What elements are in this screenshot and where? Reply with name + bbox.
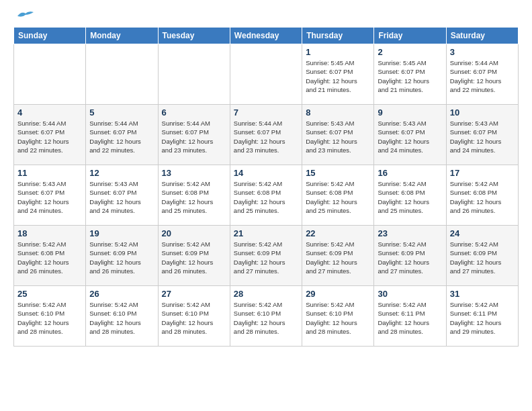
day-info: Sunrise: 5:43 AM Sunset: 6:07 PM Dayligh… (89, 179, 154, 215)
weekday-header-row: SundayMondayTuesdayWednesdayThursdayFrid… (14, 28, 519, 44)
day-info: Sunrise: 5:42 AM Sunset: 6:08 PM Dayligh… (17, 240, 82, 275)
week-row-4: 18Sunrise: 5:42 AM Sunset: 6:08 PM Dayli… (14, 226, 519, 286)
day-number: 18 (17, 228, 82, 238)
day-info: Sunrise: 5:42 AM Sunset: 6:08 PM Dayligh… (234, 179, 298, 215)
day-number: 20 (162, 228, 226, 238)
day-info: Sunrise: 5:42 AM Sunset: 6:08 PM Dayligh… (378, 179, 442, 215)
day-info: Sunrise: 5:42 AM Sunset: 6:09 PM Dayligh… (234, 240, 298, 275)
day-info: Sunrise: 5:43 AM Sunset: 6:07 PM Dayligh… (306, 119, 370, 154)
day-cell: 5Sunrise: 5:44 AM Sunset: 6:07 PM Daylig… (86, 105, 158, 165)
day-cell: 31Sunrise: 5:42 AM Sunset: 6:11 PM Dayli… (446, 286, 518, 347)
day-info: Sunrise: 5:42 AM Sunset: 6:08 PM Dayligh… (306, 179, 370, 215)
weekday-header-saturday: Saturday (446, 28, 518, 44)
week-row-2: 4Sunrise: 5:44 AM Sunset: 6:07 PM Daylig… (14, 105, 519, 165)
day-cell (14, 44, 86, 105)
day-cell: 14Sunrise: 5:42 AM Sunset: 6:08 PM Dayli… (230, 165, 302, 226)
day-info: Sunrise: 5:42 AM Sunset: 6:09 PM Dayligh… (378, 240, 442, 275)
day-number: 16 (378, 168, 442, 178)
day-number: 8 (306, 107, 370, 118)
day-cell: 18Sunrise: 5:42 AM Sunset: 6:08 PM Dayli… (14, 226, 86, 286)
day-number: 15 (306, 168, 370, 178)
day-info: Sunrise: 5:44 AM Sunset: 6:07 PM Dayligh… (450, 58, 515, 94)
day-number: 9 (378, 107, 442, 118)
day-cell (230, 44, 302, 105)
day-info: Sunrise: 5:43 AM Sunset: 6:07 PM Dayligh… (450, 119, 515, 154)
day-cell (86, 44, 158, 105)
day-info: Sunrise: 5:42 AM Sunset: 6:09 PM Dayligh… (450, 240, 515, 275)
day-info: Sunrise: 5:42 AM Sunset: 6:10 PM Dayligh… (306, 300, 370, 336)
day-number: 12 (89, 168, 154, 178)
day-info: Sunrise: 5:42 AM Sunset: 6:10 PM Dayligh… (234, 300, 298, 336)
day-number: 19 (89, 228, 154, 238)
day-cell: 29Sunrise: 5:42 AM Sunset: 6:10 PM Dayli… (302, 286, 374, 347)
day-info: Sunrise: 5:44 AM Sunset: 6:07 PM Dayligh… (17, 119, 82, 154)
day-cell: 16Sunrise: 5:42 AM Sunset: 6:08 PM Dayli… (374, 165, 446, 226)
day-number: 31 (450, 289, 515, 299)
day-cell: 23Sunrise: 5:42 AM Sunset: 6:09 PM Dayli… (374, 226, 446, 286)
day-info: Sunrise: 5:42 AM Sunset: 6:11 PM Dayligh… (378, 300, 442, 336)
day-info: Sunrise: 5:44 AM Sunset: 6:07 PM Dayligh… (234, 119, 298, 154)
day-cell: 19Sunrise: 5:42 AM Sunset: 6:09 PM Dayli… (86, 226, 158, 286)
day-cell: 25Sunrise: 5:42 AM Sunset: 6:10 PM Dayli… (14, 286, 86, 347)
weekday-header-monday: Monday (86, 28, 158, 44)
day-number: 7 (234, 107, 298, 118)
day-cell: 4Sunrise: 5:44 AM Sunset: 6:07 PM Daylig… (14, 105, 86, 165)
day-info: Sunrise: 5:45 AM Sunset: 6:07 PM Dayligh… (378, 58, 442, 94)
day-number: 6 (162, 107, 226, 118)
day-number: 26 (89, 289, 154, 299)
day-number: 5 (89, 107, 154, 118)
logo-bird-icon (16, 9, 35, 20)
day-number: 28 (234, 289, 298, 299)
day-info: Sunrise: 5:43 AM Sunset: 6:07 PM Dayligh… (17, 179, 82, 215)
day-cell: 27Sunrise: 5:42 AM Sunset: 6:10 PM Dayli… (158, 286, 230, 347)
day-cell: 24Sunrise: 5:42 AM Sunset: 6:09 PM Dayli… (446, 226, 518, 286)
day-info: Sunrise: 5:42 AM Sunset: 6:09 PM Dayligh… (306, 240, 370, 275)
weekday-header-wednesday: Wednesday (230, 28, 302, 44)
day-cell: 30Sunrise: 5:42 AM Sunset: 6:11 PM Dayli… (374, 286, 446, 347)
week-row-1: 1Sunrise: 5:45 AM Sunset: 6:07 PM Daylig… (14, 44, 519, 105)
day-number: 25 (17, 289, 82, 299)
day-cell: 17Sunrise: 5:42 AM Sunset: 6:08 PM Dayli… (446, 165, 518, 226)
day-number: 11 (17, 168, 82, 178)
day-number: 27 (162, 289, 226, 299)
day-cell: 26Sunrise: 5:42 AM Sunset: 6:10 PM Dayli… (86, 286, 158, 347)
day-cell: 10Sunrise: 5:43 AM Sunset: 6:07 PM Dayli… (446, 105, 518, 165)
weekday-header-sunday: Sunday (14, 28, 86, 44)
day-number: 4 (17, 107, 82, 118)
day-cell: 11Sunrise: 5:43 AM Sunset: 6:07 PM Dayli… (14, 165, 86, 226)
day-number: 24 (450, 228, 515, 238)
day-info: Sunrise: 5:44 AM Sunset: 6:07 PM Dayligh… (89, 119, 154, 154)
day-cell: 3Sunrise: 5:44 AM Sunset: 6:07 PM Daylig… (446, 44, 518, 105)
day-cell: 12Sunrise: 5:43 AM Sunset: 6:07 PM Dayli… (86, 165, 158, 226)
day-cell: 1Sunrise: 5:45 AM Sunset: 6:07 PM Daylig… (302, 44, 374, 105)
day-info: Sunrise: 5:42 AM Sunset: 6:09 PM Dayligh… (162, 240, 226, 275)
day-number: 21 (234, 228, 298, 238)
day-number: 17 (450, 168, 515, 178)
day-cell: 9Sunrise: 5:43 AM Sunset: 6:07 PM Daylig… (374, 105, 446, 165)
day-cell: 20Sunrise: 5:42 AM Sunset: 6:09 PM Dayli… (158, 226, 230, 286)
day-info: Sunrise: 5:42 AM Sunset: 6:11 PM Dayligh… (450, 300, 515, 336)
weekday-header-friday: Friday (374, 28, 446, 44)
day-cell: 8Sunrise: 5:43 AM Sunset: 6:07 PM Daylig… (302, 105, 374, 165)
day-cell: 21Sunrise: 5:42 AM Sunset: 6:09 PM Dayli… (230, 226, 302, 286)
calendar-table: SundayMondayTuesdayWednesdayThursdayFrid… (13, 27, 519, 347)
day-number: 30 (378, 289, 442, 299)
day-info: Sunrise: 5:44 AM Sunset: 6:07 PM Dayligh… (162, 119, 226, 154)
day-number: 10 (450, 107, 515, 118)
day-cell: 13Sunrise: 5:42 AM Sunset: 6:08 PM Dayli… (158, 165, 230, 226)
day-cell: 2Sunrise: 5:45 AM Sunset: 6:07 PM Daylig… (374, 44, 446, 105)
day-info: Sunrise: 5:45 AM Sunset: 6:07 PM Dayligh… (306, 58, 370, 94)
day-number: 3 (450, 47, 515, 57)
day-cell: 22Sunrise: 5:42 AM Sunset: 6:09 PM Dayli… (302, 226, 374, 286)
day-number: 29 (306, 289, 370, 299)
day-info: Sunrise: 5:43 AM Sunset: 6:07 PM Dayligh… (378, 119, 442, 154)
day-info: Sunrise: 5:42 AM Sunset: 6:10 PM Dayligh… (89, 300, 154, 336)
day-number: 2 (378, 47, 442, 57)
day-number: 22 (306, 228, 370, 238)
logo (13, 13, 35, 20)
day-number: 14 (234, 168, 298, 178)
day-info: Sunrise: 5:42 AM Sunset: 6:10 PM Dayligh… (162, 300, 226, 336)
day-info: Sunrise: 5:42 AM Sunset: 6:08 PM Dayligh… (450, 179, 515, 215)
week-row-3: 11Sunrise: 5:43 AM Sunset: 6:07 PM Dayli… (14, 165, 519, 226)
day-info: Sunrise: 5:42 AM Sunset: 6:08 PM Dayligh… (162, 179, 226, 215)
